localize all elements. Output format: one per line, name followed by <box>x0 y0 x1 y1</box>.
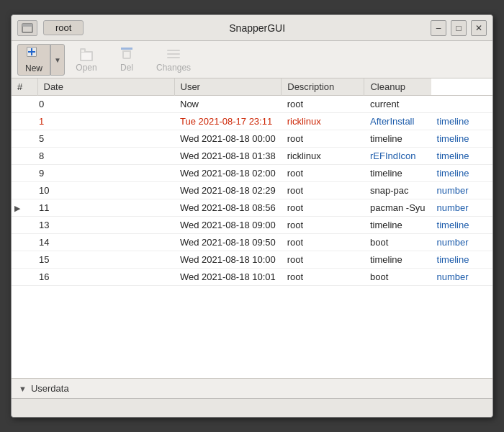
del-icon-area <box>119 47 135 61</box>
row-desc: timeline <box>364 130 431 148</box>
toolbar: New ▼ Open Del <box>12 41 492 78</box>
changes-button[interactable]: Changes <box>148 44 199 76</box>
config-name[interactable]: root <box>43 20 84 35</box>
row-arrow <box>12 269 37 286</box>
row-date: Wed 2021-08-18 01:38 <box>174 148 282 165</box>
row-date: Tue 2021-08-17 23:11 <box>174 113 282 130</box>
new-icon-area <box>26 46 42 62</box>
row-num: 14 <box>37 234 174 251</box>
row-cleanup: number <box>431 234 492 251</box>
row-date: Wed 2021-08-18 08:56 <box>174 199 282 217</box>
row-desc: AfterInstall <box>364 113 431 130</box>
col-header-num: # <box>12 78 37 96</box>
table-row[interactable]: ▶11Wed 2021-08-18 08:56rootpacman -Syunu… <box>12 199 492 217</box>
new-label: New <box>25 63 42 73</box>
row-desc: snap-pac <box>364 182 431 199</box>
snapshot-table[interactable]: # Date User Description Cleanup 0Nowroot… <box>12 78 492 378</box>
del-button[interactable]: Del <box>108 44 145 76</box>
row-cleanup: timeline <box>431 113 492 130</box>
table-row[interactable]: 9Wed 2021-08-18 02:00roottimelinetimelin… <box>12 165 492 182</box>
userdata-section[interactable]: ▼ Userdata <box>12 378 492 398</box>
row-desc: timeline <box>364 251 431 269</box>
window-controls: – □ ✕ <box>431 20 487 36</box>
row-user: root <box>282 251 364 269</box>
row-user: root <box>282 130 364 148</box>
minimize-button[interactable]: – <box>431 20 446 36</box>
maximize-button[interactable]: □ <box>451 20 467 36</box>
table-row[interactable]: 15Wed 2021-08-18 10:00roottimelinetimeli… <box>12 251 492 269</box>
row-user: root <box>282 217 364 234</box>
row-user: root <box>282 269 364 286</box>
row-desc: rEFIndIcon <box>364 148 431 165</box>
row-date: Wed 2021-08-18 10:01 <box>174 269 282 286</box>
table-row[interactable]: 10Wed 2021-08-18 02:29rootsnap-pacnumber <box>12 182 492 199</box>
row-user: ricklinux <box>282 113 364 130</box>
window-icon <box>17 20 37 36</box>
dropdown-arrow-icon: ▼ <box>54 56 61 64</box>
row-cleanup: number <box>431 182 492 199</box>
row-cleanup: number <box>431 199 492 217</box>
row-num: 15 <box>37 251 174 269</box>
statusbar <box>12 398 492 417</box>
open-label: Open <box>76 63 96 73</box>
row-cleanup: timeline <box>431 217 492 234</box>
row-date: Wed 2021-08-18 02:00 <box>174 165 282 182</box>
row-arrow <box>12 234 37 251</box>
row-arrow: ▶ <box>12 199 37 217</box>
row-desc: boot <box>364 269 431 286</box>
del-label: Del <box>120 63 133 73</box>
new-button[interactable]: New <box>17 44 50 76</box>
close-button[interactable]: ✕ <box>471 20 487 36</box>
titlebar: root SnapperGUI – □ ✕ <box>12 15 492 41</box>
row-desc: timeline <box>364 165 431 182</box>
col-header-cleanup: Cleanup <box>364 78 431 96</box>
open-icon-area <box>78 47 94 61</box>
changes-icon-area <box>166 47 181 61</box>
row-num: 0 <box>37 96 174 113</box>
userdata-label: Userdata <box>31 383 69 394</box>
row-num: 10 <box>37 182 174 199</box>
row-arrow <box>12 130 37 148</box>
row-desc: current <box>364 96 431 113</box>
row-user: root <box>282 96 364 113</box>
row-date: Wed 2021-08-18 09:00 <box>174 217 282 234</box>
new-dropdown-button[interactable]: ▼ <box>50 44 65 76</box>
row-arrow <box>12 217 37 234</box>
row-arrow <box>12 148 37 165</box>
row-user: root <box>282 199 364 217</box>
table-row[interactable]: 14Wed 2021-08-18 09:50rootbootnumber <box>12 234 492 251</box>
userdata-collapse-icon: ▼ <box>19 384 27 393</box>
row-num: 5 <box>37 130 174 148</box>
row-date: Wed 2021-08-18 10:00 <box>174 251 282 269</box>
row-cleanup: number <box>431 269 492 286</box>
row-arrow <box>12 165 37 182</box>
col-header-date: Date <box>37 78 174 96</box>
svg-rect-1 <box>22 24 32 27</box>
row-cleanup: timeline <box>431 148 492 165</box>
row-arrow <box>12 251 37 269</box>
row-arrow <box>12 182 37 199</box>
row-date: Now <box>174 96 282 113</box>
row-desc: boot <box>364 234 431 251</box>
row-num: 16 <box>37 269 174 286</box>
col-header-desc: Description <box>282 78 364 96</box>
row-user: root <box>282 182 364 199</box>
table-row[interactable]: 1Tue 2021-08-17 23:11ricklinuxAfterInsta… <box>12 113 492 130</box>
open-button[interactable]: Open <box>68 44 105 76</box>
row-num: 11 <box>37 199 174 217</box>
table-row[interactable]: 8Wed 2021-08-18 01:38ricklinuxrEFIndIcon… <box>12 148 492 165</box>
table-row[interactable]: 16Wed 2021-08-18 10:01rootbootnumber <box>12 269 492 286</box>
table-row[interactable]: 13Wed 2021-08-18 09:00roottimelinetimeli… <box>12 217 492 234</box>
row-user: root <box>282 234 364 251</box>
row-cleanup: timeline <box>431 251 492 269</box>
row-date: Wed 2021-08-18 09:50 <box>174 234 282 251</box>
table-row[interactable]: 5Wed 2021-08-18 00:00roottimelinetimelin… <box>12 130 492 148</box>
row-arrow <box>12 113 37 130</box>
table-row[interactable]: 0Nowrootcurrent <box>12 96 492 113</box>
row-cleanup: timeline <box>431 165 492 182</box>
row-date: Wed 2021-08-18 00:00 <box>174 130 282 148</box>
row-desc: pacman -Syu <box>364 199 431 217</box>
table-header: # Date User Description Cleanup <box>12 78 492 96</box>
main-window: root SnapperGUI – □ ✕ New <box>11 14 493 418</box>
row-user: ricklinux <box>282 148 364 165</box>
